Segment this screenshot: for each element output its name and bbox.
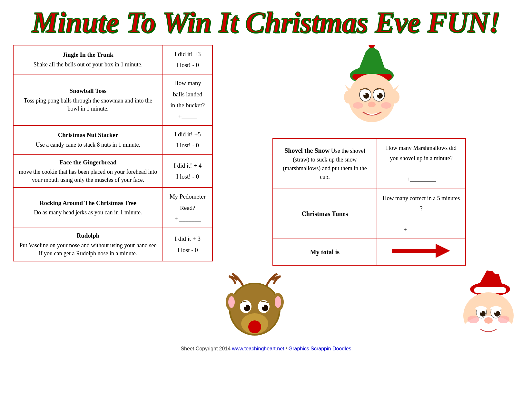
total-row: My total is [273,239,466,265]
activity-name: Christmas Nut Stacker [18,131,158,140]
svg-point-33 [244,304,246,307]
copyright-text: Sheet Copyright 2014 [181,346,232,351]
svg-point-6 [344,91,353,103]
svg-point-16 [368,102,376,107]
right-wrapper: Shovel the Snow Use the shovel (straw) t… [219,45,519,339]
table-row: Jingle In the TrunkShake all the bells o… [13,45,212,74]
separator: / [284,346,288,351]
shovel-activity-name: Shovel the Snow [284,147,330,154]
activity-cell: Christmas Nut StackerUse a candy cane to… [13,125,163,154]
svg-point-49 [468,316,479,323]
elf-image [324,45,414,135]
activity-cell: Face the Gingerbreadmove the cookie that… [13,155,163,188]
content-area: Jingle In the TrunkShake all the bells o… [13,45,519,339]
activity-name: Jingle In the Trunk [18,51,158,59]
activity-cell: Rocking Around The Christmas TreeDo as m… [13,188,163,228]
total-label: My total is [310,249,340,256]
svg-point-26 [275,296,281,308]
score-cell: I did it + 3I lost - 0 [163,228,212,261]
christmas-tunes-activity-cell: Christmas Tunes [273,189,377,239]
score-cell: I did it! + 4I lost! - 0 [163,155,212,188]
bottom-characters [219,267,519,339]
svg-point-48 [495,311,497,313]
svg-point-28 [248,320,261,333]
page-title: Minute To Win It Christmas Eve FUN! [13,6,519,38]
svg-point-4 [369,45,375,48]
svg-point-17 [353,102,363,109]
page: Minute To Win It Christmas Eve FUN! Jing… [0,0,532,411]
svg-point-47 [480,311,482,313]
svg-point-14 [364,93,366,95]
red-arrow-icon [392,244,450,258]
activity-cell: RudolphPut Vaseline on your nose and wit… [13,228,163,261]
left-activities-table: Jingle In the TrunkShake all the bells o… [13,45,213,261]
svg-rect-38 [474,287,506,293]
table-row: Snowball TossToss ping pong balls throug… [13,74,212,125]
christmas-tunes-name: Christmas Tunes [301,210,348,217]
svg-rect-19 [392,249,437,253]
link2[interactable]: Graphics Scrappin Doodles [289,346,351,351]
reindeer-image [219,267,290,339]
activity-name: Rocking Around The Christmas Tree [18,199,158,208]
score-cell: I did it! +3I lost! - 0 [163,45,212,74]
score-cell: How manyballs landedin the bucket? +____… [163,74,212,125]
santa-image [448,267,519,339]
svg-point-25 [228,296,235,308]
svg-point-15 [377,93,379,95]
arrow-cell [377,239,466,265]
svg-marker-1 [356,51,387,75]
link1[interactable]: www.teachingheart.net [232,346,284,351]
total-label-cell: My total is [273,239,377,265]
score-cell: I did it! +5I lost! - 0 [163,125,212,154]
table-row: Rocking Around The Christmas TreeDo as m… [13,188,212,228]
svg-marker-20 [436,244,450,258]
activity-name: Snowball Toss [18,87,158,95]
right-activities-table: Shovel the Snow Use the shovel (straw) t… [272,138,466,266]
table-row: Shovel the Snow Use the shovel (straw) t… [273,139,466,189]
svg-point-18 [381,102,391,109]
shovel-score-cell: How many Marshmallows did you shovel up … [377,139,466,189]
activity-cell: Jingle In the TrunkShake all the bells o… [13,45,163,74]
activity-name: Face the Gingerbread [18,158,158,167]
table-row: Christmas Tunes How many correct in a 5 … [273,189,466,239]
shovel-activity-cell: Shovel the Snow Use the shovel (straw) t… [273,139,377,189]
svg-point-51 [484,317,493,324]
footer: Sheet Copyright 2014 www.teachingheart.n… [13,346,519,352]
table-row: Face the Gingerbreadmove the cookie that… [13,155,212,188]
activity-cell: Snowball TossToss ping pong balls throug… [13,74,163,125]
svg-point-7 [390,91,399,103]
activity-name: Rudolph [18,231,158,240]
svg-point-34 [262,304,264,307]
svg-point-50 [498,316,509,323]
table-row: Christmas Nut StackerUse a candy cane to… [13,125,212,154]
table-row: RudolphPut Vaseline on your nose and wit… [13,228,212,261]
score-cell: My Pedometer Read?+ _______ [163,188,212,228]
christmas-tunes-score-cell: How many correct in a 5 minutes ?+______… [377,189,466,239]
